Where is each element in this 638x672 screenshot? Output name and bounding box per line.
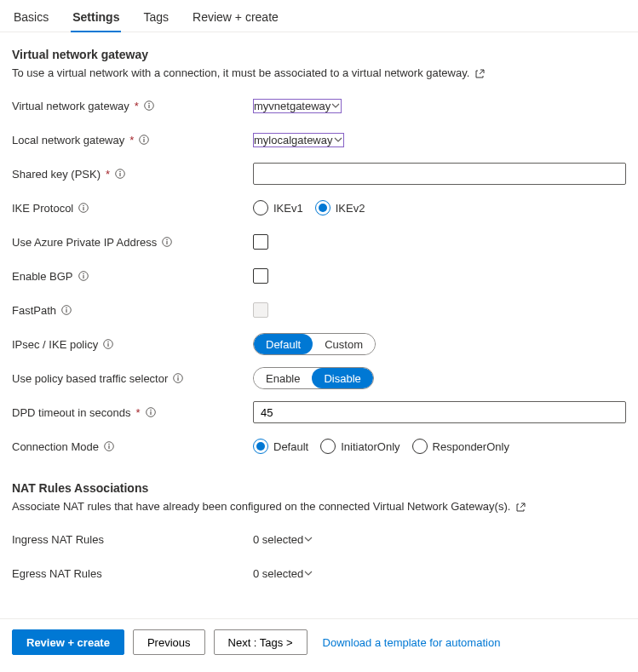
section-desc-nat: Associate NAT rules that have already be… [12,500,626,513]
required-asterisk: * [135,100,139,112]
info-icon[interactable] [146,407,156,417]
chevron-down-icon [303,534,313,544]
svg-rect-29 [150,411,151,415]
download-template-link[interactable]: Download a template for automation [323,636,501,649]
svg-point-28 [150,410,152,411]
connmode-default-label: Default [273,440,308,453]
egress-nat-label: Egress NAT Rules [12,567,102,580]
private-ip-checkbox[interactable] [253,234,268,250]
connmode-initiator-label: InitiatorOnly [341,440,399,453]
ike-v1-label: IKEv1 [273,202,303,215]
section-heading-nat: NAT Rules Associations [12,481,626,495]
review-create-button[interactable]: Review + create [12,629,124,655]
section-desc-text: To use a virtual network with a connecti… [12,66,469,79]
info-icon[interactable] [78,203,89,213]
svg-rect-2 [148,105,149,108]
local-gateway-label: Local network gateway [12,134,124,146]
info-icon[interactable] [144,101,154,111]
svg-point-7 [119,171,121,173]
required-asterisk: * [129,134,134,146]
svg-rect-23 [108,343,109,347]
info-icon[interactable] [103,339,113,349]
svg-point-13 [166,239,168,241]
footer-bar: Review + create Previous Next : Tags > D… [0,618,638,665]
connmode-responder-label: ResponderOnly [433,440,509,453]
ingress-nat-label: Ingress NAT Rules [12,533,104,546]
svg-point-25 [177,376,179,377]
ipsec-policy-toggle: Default Custom [253,333,376,355]
policy-selector-toggle: Enable Disable [253,367,374,389]
connmode-responder-radio[interactable]: ResponderOnly [412,439,509,454]
svg-point-1 [148,103,150,105]
info-icon[interactable] [162,237,172,247]
svg-rect-11 [83,207,84,210]
chevron-down-icon [303,568,313,578]
policy-enable-option[interactable]: Enable [254,368,312,388]
ingress-nat-value: 0 selected [253,533,303,546]
vnet-gateway-label: Virtual network gateway [12,100,129,112]
external-link-icon[interactable] [515,503,526,513]
svg-point-10 [83,205,84,207]
info-icon[interactable] [61,305,72,315]
dpd-timeout-input[interactable] [253,401,626,423]
private-ip-label: Use Azure Private IP Address [12,236,157,249]
bgp-checkbox[interactable] [253,268,268,284]
connmode-initiator-radio[interactable]: InitiatorOnly [320,439,399,454]
svg-point-31 [108,444,110,445]
ipsec-policy-label: IPsec / IKE policy [12,338,98,351]
egress-nat-value: 0 selected [253,567,303,580]
required-asterisk: * [106,168,110,181]
chevron-down-icon [333,135,343,145]
info-icon[interactable] [78,271,89,281]
svg-point-4 [144,137,146,139]
tab-settings[interactable]: Settings [71,3,121,32]
info-icon[interactable] [173,373,183,383]
info-icon[interactable] [139,135,149,145]
svg-point-22 [107,342,109,343]
svg-rect-20 [66,309,66,313]
fastpath-label: FastPath [12,304,56,317]
previous-button[interactable]: Previous [133,629,205,655]
ipsec-default-option[interactable]: Default [254,334,313,354]
policy-disable-option[interactable]: Disable [312,368,372,388]
next-tags-button[interactable]: Next : Tags > [214,629,308,655]
local-gateway-value: mylocalgateway [254,134,333,146]
ipsec-custom-option[interactable]: Custom [313,334,375,354]
tab-basics[interactable]: Basics [12,3,50,32]
section-desc-vng: To use a virtual network with a connecti… [12,66,626,79]
svg-rect-5 [144,139,145,142]
psk-input[interactable] [253,163,626,185]
ike-protocol-label: IKE Protocol [12,202,73,215]
bgp-label: Enable BGP [12,270,73,283]
section-heading-vng: Virtual network gateway [12,48,626,61]
svg-point-16 [83,273,84,275]
ike-v2-radio[interactable]: IKEv2 [315,200,365,215]
tab-tags[interactable]: Tags [141,3,170,32]
required-asterisk: * [135,406,140,419]
tab-review-create[interactable]: Review + create [191,3,280,32]
ike-v1-radio[interactable]: IKEv1 [253,200,303,215]
egress-nat-dropdown[interactable]: 0 selected [253,567,313,580]
ike-v2-label: IKEv2 [336,202,365,215]
svg-point-19 [66,307,67,309]
svg-rect-32 [108,445,109,449]
tabs-bar: Basics Settings Tags Review + create [0,0,638,32]
svg-rect-8 [120,173,121,176]
svg-rect-26 [178,377,179,381]
fastpath-checkbox [253,302,268,318]
connmode-default-radio[interactable]: Default [253,439,308,454]
chevron-down-icon [330,101,341,111]
vnet-gateway-dropdown[interactable]: myvnetgateway [253,99,342,113]
dpd-timeout-label: DPD timeout in seconds [12,406,130,419]
connection-mode-label: Connection Mode [12,440,99,453]
psk-label: Shared key (PSK) [12,168,101,181]
external-link-icon[interactable] [474,69,485,79]
local-gateway-dropdown[interactable]: mylocalgateway [253,133,344,147]
policy-selector-label: Use policy based traffic selector [12,372,168,385]
section-desc-nat-text: Associate NAT rules that have already be… [12,500,510,513]
vnet-gateway-value: myvnetgateway [254,100,330,112]
info-icon[interactable] [104,441,114,451]
info-icon[interactable] [115,169,125,179]
svg-rect-14 [167,241,168,244]
ingress-nat-dropdown[interactable]: 0 selected [253,533,313,546]
